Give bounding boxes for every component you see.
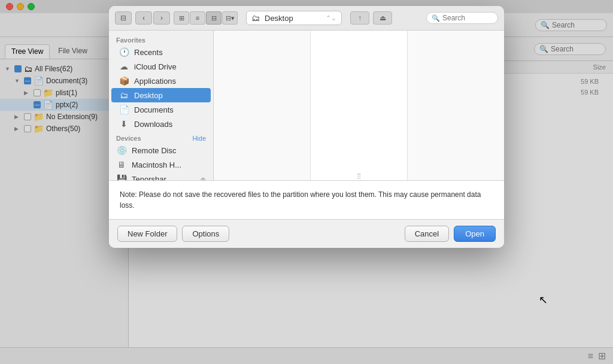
- button-group-right: Cancel Open: [405, 226, 496, 242]
- icloud-icon: ☁: [119, 62, 129, 71]
- forward-icon: ›: [160, 14, 163, 22]
- documents-label: Documents: [134, 105, 174, 114]
- content-grid: [214, 31, 504, 180]
- dialog-buttons: New Folder Options Cancel Open: [109, 219, 504, 248]
- desktop-icon: 🗂: [119, 90, 129, 100]
- location-label: Desktop: [265, 14, 293, 23]
- list-view-icon: ≡: [196, 14, 199, 22]
- location-bar[interactable]: 🗂 Desktop ⌃⌄: [246, 11, 342, 25]
- remote-disc-icon: 💿: [116, 145, 127, 155]
- device-item-remote-disc[interactable]: 💿 Remote Disc: [109, 143, 213, 157]
- applications-icon: 📦: [119, 76, 129, 86]
- dialog-sidebar: Favorites 🕐 Recents ☁ iCloud Drive 📦 App…: [109, 31, 214, 180]
- macintosh-label: Macintosh H...: [132, 160, 181, 169]
- content-column-2: [311, 31, 408, 180]
- downloads-icon: ⬇: [119, 119, 129, 129]
- icloud-label: iCloud Drive: [134, 62, 177, 71]
- gallery-view-button[interactable]: ⊟▾: [222, 11, 238, 25]
- tenorshare-icon: 💾: [116, 174, 127, 180]
- sidebar-item-downloads[interactable]: ⬇ Downloads: [111, 117, 211, 131]
- macintosh-icon: 🖥: [116, 160, 127, 169]
- dialog-toolbar: ⊟ ‹ › ⊞ ≡ ⊟: [109, 6, 504, 31]
- favorites-label: Favorites: [109, 34, 213, 45]
- eject-button[interactable]: ⏏: [373, 11, 392, 25]
- hide-button[interactable]: Hide: [192, 135, 206, 142]
- dialog-note: Note: Please do not save the recovered f…: [109, 180, 504, 219]
- content-column-3: [408, 31, 504, 180]
- sidebar-item-desktop[interactable]: 🗂 Desktop: [111, 88, 211, 102]
- eject-device-icon[interactable]: ⏏: [200, 175, 206, 181]
- dialog-overlay: ⊟ ‹ › ⊞ ≡ ⊟: [0, 0, 613, 364]
- remote-disc-label: Remote Disc: [132, 146, 176, 155]
- icon-view-icon: ⊞: [179, 14, 184, 22]
- devices-label: Devices: [116, 135, 141, 142]
- cancel-button[interactable]: Cancel: [405, 226, 449, 242]
- recents-label: Recents: [134, 48, 163, 57]
- sidebar-item-documents[interactable]: 📄 Documents: [111, 102, 211, 117]
- dialog-content-area: ⣿: [214, 31, 504, 180]
- forward-button[interactable]: ›: [153, 11, 170, 25]
- documents-icon: 📄: [119, 105, 129, 114]
- icon-view-button[interactable]: ⊞: [174, 11, 189, 25]
- share-button[interactable]: ↑: [350, 11, 369, 25]
- gallery-view-icon: ⊟▾: [226, 14, 235, 22]
- sidebar-toggle-button[interactable]: ⊟: [115, 11, 132, 25]
- new-folder-button[interactable]: New Folder: [117, 226, 177, 242]
- back-icon: ‹: [142, 14, 145, 22]
- recents-icon: 🕐: [119, 47, 129, 57]
- sidebar-item-applications[interactable]: 📦 Applications: [111, 74, 211, 88]
- dialog-search-box[interactable]: 🔍: [426, 12, 498, 24]
- sidebar-toggle-icon: ⊟: [120, 14, 126, 22]
- column-view-button[interactable]: ⊟: [206, 11, 221, 25]
- dialog-body: Favorites 🕐 Recents ☁ iCloud Drive 📦 App…: [109, 31, 504, 180]
- note-text: Note: Please do not save the recovered f…: [120, 190, 481, 210]
- tenorshare-label: Tenorshar...: [132, 175, 172, 181]
- sidebar-item-recents[interactable]: 🕐 Recents: [111, 45, 211, 59]
- content-column-1: [214, 31, 311, 180]
- search-icon: 🔍: [432, 14, 440, 22]
- applications-label: Applications: [134, 77, 176, 86]
- view-buttons: ⊞ ≡ ⊟ ⊟▾: [174, 11, 238, 25]
- options-button[interactable]: Options: [182, 226, 229, 242]
- save-dialog: ⊟ ‹ › ⊞ ≡ ⊟: [109, 6, 504, 248]
- device-item-macintosh[interactable]: 🖥 Macintosh H...: [109, 157, 213, 172]
- dialog-search-input[interactable]: [442, 14, 493, 22]
- device-item-tenorshare[interactable]: 💾 Tenorshar... ⏏: [109, 172, 213, 180]
- downloads-label: Downloads: [134, 120, 172, 129]
- open-button[interactable]: Open: [454, 226, 496, 242]
- eject-icon: ⏏: [380, 14, 386, 22]
- location-folder-icon: 🗂: [251, 13, 260, 23]
- nav-buttons: ‹ ›: [135, 11, 170, 25]
- location-chevron-icon: ⌃⌄: [326, 14, 336, 22]
- devices-header: Devices Hide: [109, 131, 213, 143]
- share-icon: ↑: [358, 14, 362, 22]
- button-group-left: New Folder Options: [117, 226, 229, 242]
- back-button[interactable]: ‹: [135, 11, 152, 25]
- column-view-icon: ⊟: [211, 14, 217, 22]
- desktop-label: Desktop: [134, 91, 163, 100]
- sidebar-item-icloud-drive[interactable]: ☁ iCloud Drive: [111, 59, 211, 74]
- resize-handle: ⣿: [357, 172, 361, 179]
- list-view-button[interactable]: ≡: [190, 11, 205, 25]
